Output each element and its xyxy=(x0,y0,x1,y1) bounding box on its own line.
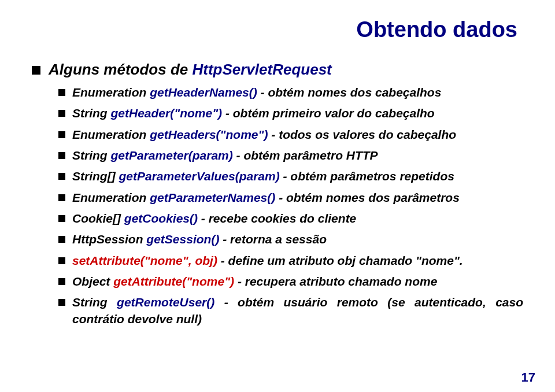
method-name: getParameter(param) xyxy=(111,149,233,162)
return-type: HttpSession xyxy=(72,232,146,246)
return-type: String xyxy=(72,295,117,309)
list-item-text: String getRemoteUser() - obtém usuário r… xyxy=(72,294,523,327)
method-name: getCookies() xyxy=(124,212,198,225)
section-heading: Alguns métodos de HttpServletRequest xyxy=(32,61,523,79)
list-item-text: String getHeader("nome") - obtém primeir… xyxy=(72,105,523,121)
list-item-text: Cookie[] getCookies() - recebe cookies d… xyxy=(72,210,523,227)
method-name: getSession() xyxy=(146,232,219,246)
method-name: getHeaders("nome") xyxy=(150,128,268,141)
return-type: String xyxy=(72,106,111,120)
method-description: - define um atributo obj chamado "nome". xyxy=(217,254,463,267)
heading-pre: Alguns métodos de xyxy=(49,61,192,78)
list-item: String getHeader("nome") - obtém primeir… xyxy=(58,105,523,121)
square-bullet-icon xyxy=(32,66,40,75)
list-item: String[] getParameterValues(param) - obt… xyxy=(58,168,523,184)
return-type: Object xyxy=(72,275,113,288)
method-description: - obtém nomes dos cabeçalhos xyxy=(257,86,442,99)
list-item-text: String[] getParameterValues(param) - obt… xyxy=(72,168,523,184)
list-item: Cookie[] getCookies() - recebe cookies d… xyxy=(58,210,523,227)
square-bullet-icon xyxy=(58,215,65,222)
list-item: Object getAttribute("nome") - recupera a… xyxy=(58,273,523,290)
method-description: - obtém primeiro valor do cabeçalho xyxy=(222,106,435,120)
method-description: - obtém parâmetro HTTP xyxy=(233,149,378,162)
list-item: String getParameter(param) - obtém parâm… xyxy=(58,147,523,164)
list-item: setAttribute("nome", obj) - define um at… xyxy=(58,253,523,269)
method-name: getAttribute("nome") xyxy=(113,275,234,288)
list-item-text: Enumeration getHeaderNames() - obtém nom… xyxy=(72,84,523,101)
list-item-text: Enumeration getParameterNames() - obtém … xyxy=(72,190,523,206)
square-bullet-icon xyxy=(58,194,65,201)
list-item-text: String getParameter(param) - obtém parâm… xyxy=(72,147,523,164)
square-bullet-icon xyxy=(58,89,65,96)
method-description: - recupera atributo chamado nome xyxy=(234,275,437,288)
return-type: Cookie[] xyxy=(72,212,124,225)
method-name: getHeaderNames() xyxy=(150,86,257,99)
return-type: Enumeration xyxy=(72,86,150,99)
page-title: Obtendo dados xyxy=(32,17,523,42)
method-name: getRemoteUser() xyxy=(117,295,214,309)
list-item: Enumeration getParameterNames() - obtém … xyxy=(58,190,523,206)
method-list: Enumeration getHeaderNames() - obtém nom… xyxy=(32,84,523,327)
heading-api: HttpServletRequest xyxy=(192,61,331,78)
section-heading-text: Alguns métodos de HttpServletRequest xyxy=(49,61,523,79)
list-item: Enumeration getHeaders("nome") - todos o… xyxy=(58,127,523,143)
method-name: setAttribute("nome", obj) xyxy=(72,254,217,267)
list-item-text: Enumeration getHeaders("nome") - todos o… xyxy=(72,127,523,143)
method-description: - retorna a sessão xyxy=(219,232,327,246)
page-number: 17 xyxy=(521,370,535,385)
method-description: - recebe cookies do cliente xyxy=(198,212,356,225)
square-bullet-icon xyxy=(58,236,65,243)
return-type: String[] xyxy=(72,169,119,183)
list-item: String getRemoteUser() - obtém usuário r… xyxy=(58,294,523,327)
method-description: - obtém parâmetros repetidos xyxy=(280,169,454,183)
list-item-text: setAttribute("nome", obj) - define um at… xyxy=(72,253,523,269)
square-bullet-icon xyxy=(58,173,65,180)
list-item: Enumeration getHeaderNames() - obtém nom… xyxy=(58,84,523,101)
square-bullet-icon xyxy=(58,110,65,117)
list-item-text: HttpSession getSession() - retorna a ses… xyxy=(72,231,523,247)
method-name: getHeader("nome") xyxy=(111,106,223,120)
method-description: - todos os valores do cabeçalho xyxy=(268,128,456,141)
method-name: getParameterNames() xyxy=(150,191,275,204)
square-bullet-icon xyxy=(58,131,65,138)
method-description: - obtém nomes dos parâmetros xyxy=(275,191,460,204)
square-bullet-icon xyxy=(58,152,65,159)
method-name: getParameterValues(param) xyxy=(119,169,279,183)
return-type: Enumeration xyxy=(72,128,150,141)
square-bullet-icon xyxy=(58,299,65,306)
square-bullet-icon xyxy=(58,257,65,264)
return-type: Enumeration xyxy=(72,191,150,204)
list-item: HttpSession getSession() - retorna a ses… xyxy=(58,231,523,247)
square-bullet-icon xyxy=(58,278,65,285)
list-item-text: Object getAttribute("nome") - recupera a… xyxy=(72,273,523,290)
return-type: String xyxy=(72,149,111,162)
